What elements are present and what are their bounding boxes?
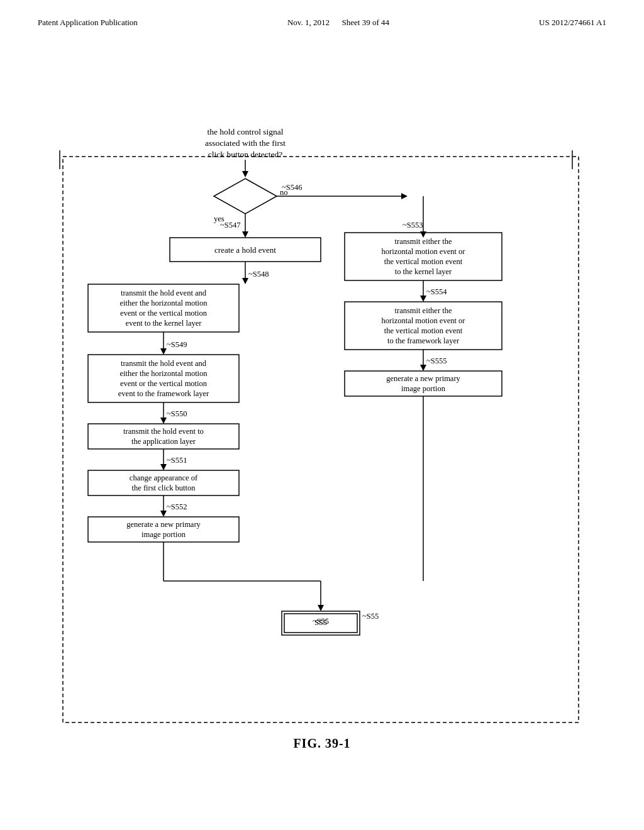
label-S552: ~S552 [167,502,187,511]
arrow-S547-to-S548 [242,278,248,284]
text-S551-2: the first click button [131,484,196,492]
label-S550: ~S550 [167,409,187,418]
text-S549-4: event to the framework layer [118,389,209,398]
page-header: Patent Application Publication Nov. 1, 2… [0,0,644,28]
text-S548-2: either the horizontal motion [119,299,208,307]
question-line1: the hold control signal [207,127,283,136]
text-S550-1: transmit the hold event to [123,427,204,436]
text-S553-1: transmit either the [395,237,452,246]
arrow-S551-to-S552 [160,511,167,517]
text-S549-2: either the horizontal motion [119,369,208,378]
header-middle: Nov. 1, 2012 Sheet 39 of 44 [287,18,389,28]
text-S549-3: event or the vertical motion [120,379,208,388]
arrow-S553-to-S554 [420,296,426,302]
arrow-S554-to-S555 [420,365,426,371]
header-right: US 2012/274661 A1 [539,18,606,28]
label-S553: ~S553 [402,221,423,230]
label-S554: ~S554 [426,287,447,296]
diagram-area: the hold control signal associated with … [0,34,644,776]
arrow-to-S55 [318,605,324,611]
header-date: Nov. 1, 2012 [287,18,330,27]
arrow-no-to-S553 [401,193,408,199]
text-S548-4: event to the kernel layer [126,319,203,328]
arrow-yes-down [242,231,248,238]
text-S548-1: transmit the hold event and [121,289,207,297]
text-S550-2: the application layer [131,437,196,446]
text-S548-3: event or the vertical motion [120,309,208,318]
text-S553-4: to the kernel layer [395,267,452,276]
label-no: no [280,188,288,197]
box-S55-text: S55 [314,617,327,627]
text-S554-3: the vertical motion event [384,326,463,335]
arrow-S549-to-S550 [160,418,167,424]
text-S554-4: to the framework layer [387,336,460,345]
text-S553-3: the vertical motion event [384,257,463,266]
figure-caption: FIG. 39-1 [0,736,644,751]
flowchart-svg: the hold control signal associated with … [0,34,644,801]
label-S547: ~S547 [220,221,240,230]
arrow-head-to-diamond [242,171,248,177]
label-S551: ~S551 [167,456,187,465]
text-S551-1: change appearance of [130,473,198,482]
header-sheet: Sheet 39 of 44 [342,18,389,27]
label-S555: ~S555 [426,357,447,365]
text-S554-2: horizontal motion event or [382,316,466,325]
text-S552-2: image portion [142,530,186,539]
question-line2: associated with the first [205,138,286,148]
question-line3: click button detected? [208,150,282,159]
text-S549-1: transmit the hold event and [121,359,207,368]
text-S554-1: transmit either the [395,306,452,315]
text-S547: create a hold event [214,245,276,255]
arrow-S548-to-S549 [160,348,167,355]
label-S548: ~S548 [248,270,269,279]
text-S553-2: horizontal motion event or [382,247,466,256]
label-S549: ~S549 [167,340,187,349]
arrow-S550-to-S551 [160,464,167,470]
text-S555-2: image portion [401,384,446,393]
diamond-S546 [214,179,277,214]
text-S552-1: generate a new primary [126,520,201,529]
text-S555-1: generate a new primary [386,374,460,383]
header-left: Patent Application Publication [38,18,138,28]
label-S55-tag: ~S55 [362,612,379,621]
